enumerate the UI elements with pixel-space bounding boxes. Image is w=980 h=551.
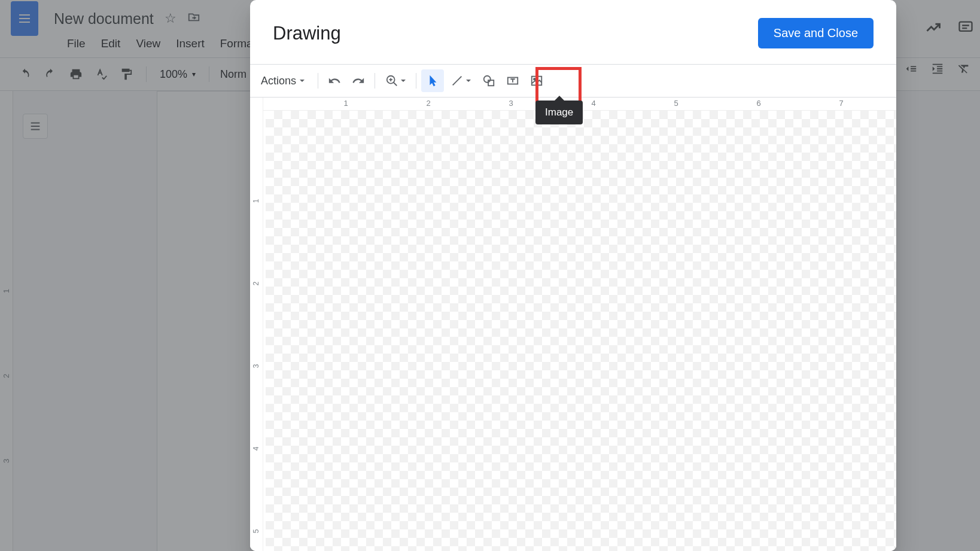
redo-button[interactable] — [347, 69, 370, 92]
drawing-toolbar: Actions — [250, 64, 896, 98]
separator — [375, 73, 375, 89]
image-tooltip: Image — [535, 101, 583, 124]
zoom-button[interactable] — [380, 69, 411, 92]
dialog-header: Drawing Save and Close — [250, 0, 896, 64]
svg-point-2 — [484, 76, 491, 83]
svg-point-6 — [534, 78, 535, 80]
text-box-tool[interactable] — [501, 69, 524, 92]
dialog-title: Drawing — [273, 23, 341, 44]
separator — [416, 73, 416, 89]
drawing-canvas[interactable] — [266, 111, 896, 551]
drawing-canvas-area: 1 2 3 4 5 6 7 1 2 3 4 5 — [250, 98, 896, 551]
shape-tool[interactable] — [477, 69, 500, 92]
line-tool[interactable] — [445, 69, 476, 92]
drawing-dialog: Drawing Save and Close Actions — [250, 0, 896, 551]
save-and-close-button[interactable]: Save and Close — [758, 18, 874, 48]
actions-menu[interactable]: Actions — [252, 70, 313, 92]
image-tool[interactable] — [525, 69, 548, 92]
select-tool[interactable] — [421, 69, 444, 92]
separator — [318, 73, 318, 89]
vertical-ruler[interactable]: 1 2 3 4 5 — [250, 98, 263, 551]
undo-button[interactable] — [323, 69, 346, 92]
svg-rect-3 — [488, 80, 494, 86]
